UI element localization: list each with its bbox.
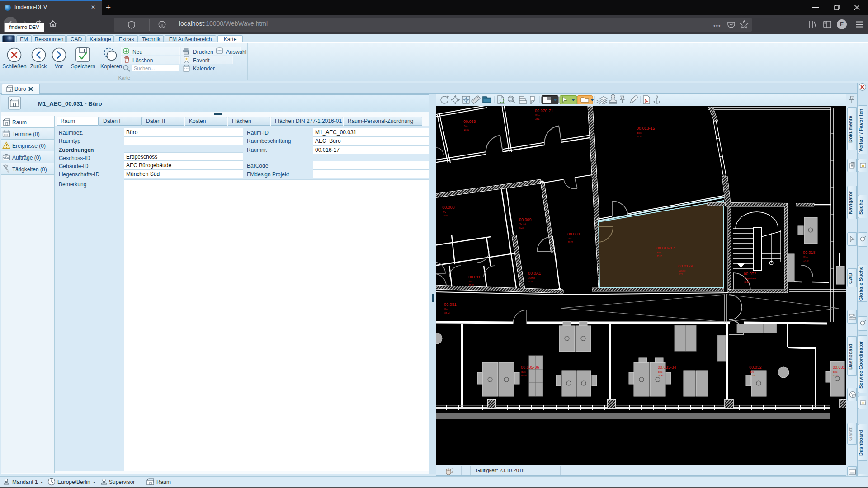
- svg-text:Büro: Büro: [637, 132, 642, 134]
- svg-text:00.013-15: 00.013-15: [637, 126, 655, 131]
- svg-text:Aufzug: Aufzug: [528, 277, 535, 279]
- svg-text:18.20: 18.20: [744, 281, 750, 283]
- svg-text:Büro: Büro: [803, 256, 808, 258]
- svg-text:00.069: 00.069: [463, 119, 476, 124]
- svg-text:00.035-36: 00.035-36: [521, 365, 539, 370]
- svg-text:Büro: Büro: [658, 371, 663, 373]
- svg-text:22.60: 22.60: [833, 375, 839, 377]
- svg-text:18.22: 18.22: [568, 241, 573, 244]
- svg-text:88.72: 88.72: [444, 312, 450, 314]
- svg-text:00.031: 00.031: [833, 365, 845, 370]
- svg-text:00.0A1: 00.0A1: [528, 271, 541, 276]
- svg-text:00.032: 00.032: [749, 365, 762, 370]
- svg-text:19.02: 19.02: [464, 129, 469, 131]
- svg-text:00.070-71: 00.070-71: [535, 108, 553, 113]
- svg-text:00.018: 00.018: [803, 250, 816, 255]
- svg-text:5.22: 5.22: [519, 227, 524, 229]
- svg-text:Treppenhaus: Treppenhaus: [744, 277, 756, 280]
- svg-text:WC: WC: [469, 281, 472, 283]
- svg-text:00.081: 00.081: [444, 302, 457, 307]
- svg-text:42.00: 42.00: [521, 375, 527, 377]
- svg-text:28.17: 28.17: [535, 118, 541, 120]
- svg-text:Büro: Büro: [657, 252, 661, 254]
- svg-text:Büro: Büro: [464, 125, 468, 127]
- svg-text:12.07: 12.07: [443, 215, 448, 217]
- svg-text:Technik: Technik: [519, 223, 527, 225]
- svg-text:33.10: 33.10: [657, 255, 662, 258]
- svg-text:17.70: 17.70: [803, 260, 809, 262]
- svg-text:Büro: Büro: [521, 371, 526, 373]
- svg-text:22.20: 22.20: [750, 375, 755, 377]
- svg-text:Büro: Büro: [535, 114, 540, 117]
- svg-text:00.016-17: 00.016-17: [656, 246, 675, 250]
- svg-text:00.017A: 00.017A: [678, 264, 693, 268]
- svg-text:00.083: 00.083: [567, 232, 580, 236]
- svg-text:13.88: 13.88: [469, 284, 474, 286]
- svg-text:Büro: Büro: [833, 371, 838, 373]
- svg-text:00.009: 00.009: [519, 217, 532, 222]
- svg-text:00.033-34: 00.033-34: [658, 365, 676, 370]
- svg-text:4.24: 4.24: [528, 281, 533, 283]
- svg-text:Flur: Flur: [568, 238, 571, 240]
- svg-text:Büro: Büro: [750, 371, 754, 373]
- svg-text:72.22: 72.22: [637, 136, 642, 138]
- svg-text:Flur: Flur: [444, 308, 448, 310]
- svg-text:00.0T2: 00.0T2: [744, 272, 756, 276]
- svg-text:3.75: 3.75: [679, 273, 683, 276]
- svg-text:00.011: 00.011: [468, 275, 481, 279]
- svg-text:WC: WC: [443, 211, 446, 213]
- svg-text:00.008: 00.008: [442, 205, 455, 210]
- svg-text:38.40: 38.40: [658, 375, 664, 377]
- svg-text:Dusche: Dusche: [679, 270, 686, 272]
